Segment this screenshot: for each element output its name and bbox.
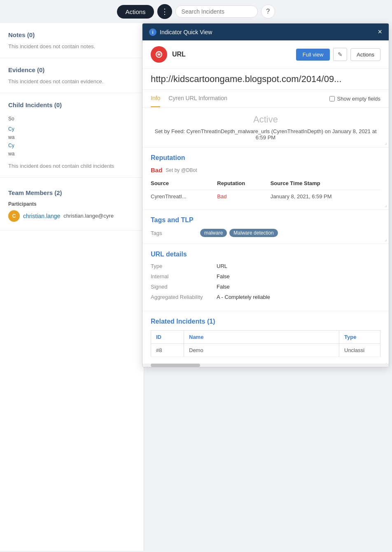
qv-title-bar: URL Full view ✎ Actions [142, 40, 389, 69]
url-detail-label-signed: Signed [151, 284, 217, 290]
url-detail-internal: Internal False [151, 273, 380, 280]
list-item: wa [8, 150, 135, 158]
child-incidents-empty: This incident does not contain child inc… [8, 163, 135, 169]
scroll-thumb[interactable] [151, 364, 200, 367]
tab-cyren-url[interactable]: Cyren URL Information [168, 90, 227, 107]
resize-handle: ⌟ [385, 202, 387, 208]
top-bar: Actions ⋮ ? [0, 0, 392, 23]
url-detail-reliability: Aggregated Reliability A - Completely re… [151, 294, 380, 300]
qv-title-actions: Full view ✎ Actions [296, 48, 380, 61]
actions-button[interactable]: Actions [117, 5, 154, 19]
show-empty-checkbox[interactable] [329, 96, 335, 101]
evidence-empty: This incident does not contain evidence. [8, 78, 135, 85]
list-item: So [8, 113, 135, 125]
reputation-title: Reputation [151, 154, 380, 162]
participant-name: christian.lange [23, 213, 60, 219]
notes-empty: This incident does not contain notes. [8, 43, 135, 49]
evidence-title: Evidence (0) [8, 66, 135, 73]
tag-malware-detection[interactable]: Malware detection [229, 229, 278, 237]
rep-reputation-cell: Bad [217, 190, 270, 203]
url-details-title: URL details [151, 251, 380, 258]
participant-email: christian.lange@cyre [63, 213, 114, 219]
evidence-section: Evidence (0) This incident does not cont… [0, 58, 144, 93]
search-input[interactable] [182, 8, 252, 15]
qv-header-title: Indicator Quick View [160, 29, 212, 35]
related-col-name: Name [184, 331, 339, 344]
tab-info[interactable]: Info [151, 90, 160, 107]
table-row: #8 Demo Unclassi [151, 344, 380, 357]
notes-section: Notes (0) This incident does not contain… [0, 23, 144, 58]
rep-col-source: Source [151, 179, 217, 190]
team-members-section: Team Members (2) Participants C christia… [0, 181, 144, 230]
quick-view-panel: i Indicator Quick View × URL Full view ✎… [142, 23, 389, 367]
scroll-track [142, 364, 389, 367]
reputation-table: Source Reputation Source Time Stamp Cyre… [151, 179, 380, 203]
tags-section: Tags and TLP Tags malware Malware detect… [142, 210, 389, 244]
url-detail-signed: Signed False [151, 284, 380, 290]
related-incidents-section: Related Incidents (1) ID Name Type #8 De… [142, 311, 389, 364]
child-incidents-title: Child Incidents (0) [8, 101, 135, 108]
show-empty-label: Show empty fields [337, 96, 381, 102]
side-list: So Cy wa Cy wa [8, 113, 135, 158]
url-detail-type: Type URL [151, 263, 380, 269]
edit-button[interactable]: ✎ [333, 48, 347, 61]
tags-title: Tags and TLP [151, 216, 380, 224]
bad-label: Bad [151, 167, 162, 174]
search-bar [175, 5, 258, 18]
participants-label: Participants [8, 201, 135, 207]
url-detail-value-internal: False [217, 273, 230, 280]
set-by-label: Set by @DBot [166, 167, 197, 173]
qv-header-left: i Indicator Quick View [149, 28, 212, 36]
url-detail-label-reliability: Aggregated Reliability [151, 294, 217, 300]
left-panel: Notes (0) This incident does not contain… [0, 23, 144, 551]
url-type-label: URL [172, 51, 186, 58]
url-detail-label-type: Type [151, 263, 217, 269]
show-empty-fields: Show empty fields [329, 96, 381, 102]
url-detail-value-signed: False [217, 284, 230, 290]
rep-ts-cell: January 8, 2021, 6:59 PM [271, 190, 380, 203]
rep-col-rep: Reputation [217, 179, 270, 190]
qv-header: i Indicator Quick View × [142, 23, 389, 40]
resize-handle: ⌟ [385, 140, 387, 146]
url-detail-label-internal: Internal [151, 273, 217, 280]
related-type-cell: Unclassi [339, 344, 380, 357]
info-icon: i [149, 28, 156, 36]
url-details-section: URL details Type URL Internal False Sign… [142, 244, 389, 311]
resize-handle: ⌟ [385, 236, 387, 242]
participant-row: C christian.lange christian.lange@cyre [8, 210, 135, 222]
list-item: Cy [8, 125, 135, 133]
table-row: CyrenThreatI... Bad January 8, 2021, 6:5… [151, 190, 380, 203]
rep-source-cell: CyrenThreatI... [151, 190, 217, 203]
tags-label: Tags [151, 230, 200, 236]
three-dots-button[interactable]: ⋮ [157, 4, 172, 19]
status-section: Active Set by Feed: CyrenThreatInDepth_m… [142, 108, 389, 148]
reputation-bad: Bad Set by @DBot [151, 167, 380, 174]
url-detail-value-type: URL [217, 263, 227, 269]
list-item: wa [8, 133, 135, 141]
qv-url: http://kidscartoongame.blogspot.com/2014… [142, 69, 389, 90]
status-setby-text: Set by Feed: CyrenThreatInDepth_malware_… [151, 128, 380, 141]
related-col-id: ID [151, 331, 184, 344]
related-incidents-title: Related Incidents (1) [151, 318, 380, 325]
child-incidents-section: Child Incidents (0) So Cy wa Cy wa This … [0, 93, 144, 178]
url-icon [151, 46, 167, 63]
avatar: C [8, 210, 20, 222]
url-detail-value-reliability: A - Completely reliable [217, 294, 270, 300]
reputation-section: Reputation Bad Set by @DBot Source Reput… [142, 148, 389, 210]
related-col-type: Type [339, 331, 380, 344]
rep-col-ts: Source Time Stamp [271, 179, 380, 190]
team-members-title: Team Members (2) [8, 189, 135, 196]
tag-malware[interactable]: malware [200, 229, 227, 237]
close-button[interactable]: × [378, 28, 382, 36]
related-id-cell: #8 [151, 344, 184, 357]
status-active-label: Active [151, 114, 380, 125]
help-button[interactable]: ? [261, 5, 275, 19]
list-item: Cy [8, 141, 135, 150]
main-layout: Notes (0) This incident does not contain… [0, 23, 392, 551]
qv-tabs: Info Cyren URL Information Show empty fi… [142, 90, 389, 108]
notes-title: Notes (0) [8, 31, 135, 38]
related-name-cell: Demo [184, 344, 339, 357]
related-incidents-table: ID Name Type #8 Demo Unclassi [151, 330, 380, 357]
full-view-button[interactable]: Full view [296, 49, 330, 61]
qv-actions-button[interactable]: Actions [350, 48, 380, 61]
